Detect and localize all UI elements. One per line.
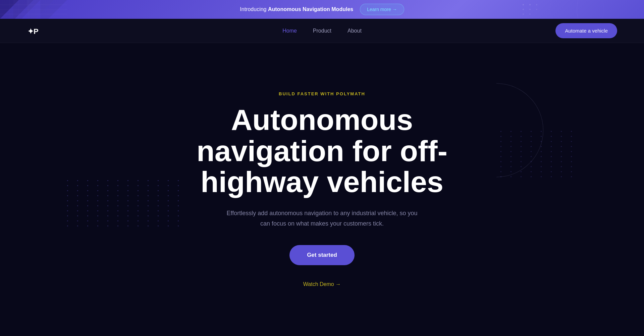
watch-demo-link[interactable]: Watch Demo →	[303, 281, 341, 287]
svg-point-16	[523, 9, 524, 10]
learn-more-button[interactable]: Learn more →	[360, 4, 404, 15]
hero-subtitle: Effortlessly add autonomous navigation t…	[221, 208, 423, 229]
get-started-button[interactable]: Get started	[289, 245, 355, 265]
hero-title: Autonomous navigation for off-highway ve…	[171, 104, 473, 197]
logo[interactable]: ✦P	[27, 25, 39, 37]
svg-text:✦P: ✦P	[28, 27, 39, 36]
nav-links: Home Product About	[282, 28, 362, 34]
svg-point-18	[536, 9, 537, 10]
nav-link-home[interactable]: Home	[282, 28, 297, 34]
svg-point-15	[536, 4, 537, 5]
banner-decoration-right	[510, 0, 644, 19]
automate-vehicle-button[interactable]: Automate a vehicle	[555, 23, 617, 38]
banner-decoration-left	[0, 0, 67, 19]
navbar: ✦P Home Product About Automate a vehicle	[0, 19, 644, 43]
nav-link-about[interactable]: About	[347, 28, 362, 34]
svg-point-17	[529, 9, 531, 10]
banner-text: Introducing Autonomous Navigation Module…	[240, 6, 353, 12]
dot-grid-decoration-left	[67, 180, 184, 226]
banner-intro: Introducing	[240, 6, 268, 12]
svg-point-13	[523, 4, 524, 5]
nav-link-product[interactable]: Product	[313, 28, 331, 34]
banner-product-name: Autonomous Navigation Modules	[268, 6, 353, 12]
svg-point-14	[529, 4, 531, 5]
hero-section: BUILD FASTER WITH POLYMATH Autonomous na…	[0, 43, 644, 336]
announcement-banner: Introducing Autonomous Navigation Module…	[0, 0, 644, 19]
hero-eyebrow: BUILD FASTER WITH POLYMATH	[171, 91, 473, 96]
hero-content: BUILD FASTER WITH POLYMATH Autonomous na…	[171, 91, 473, 287]
logo-icon: ✦P	[27, 25, 39, 37]
banner-content: Introducing Autonomous Navigation Module…	[240, 4, 404, 15]
svg-point-20	[529, 13, 531, 15]
svg-point-11	[577, 0, 644, 19]
svg-point-19	[523, 13, 524, 15]
